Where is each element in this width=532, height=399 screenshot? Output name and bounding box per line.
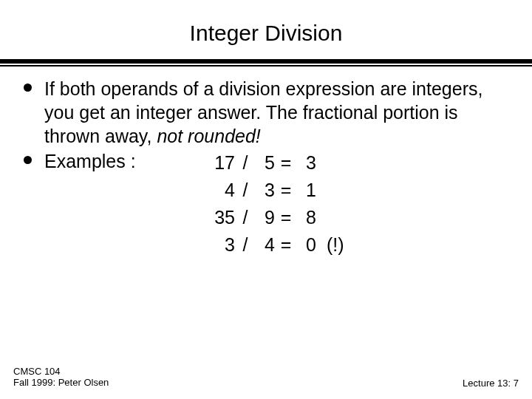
operand-b: 9 [256, 204, 275, 231]
example-line: 35 / 9 = 8 [200, 204, 344, 231]
footer-left: CMSC 104 Fall 1999: Peter Olsen [13, 366, 109, 389]
slide: Integer Division If both operands of a d… [0, 0, 532, 399]
operand-b: 5 [256, 149, 275, 177]
operand-a: 4 [200, 177, 235, 204]
result: 8 [297, 204, 316, 231]
divider-top [0, 59, 532, 64]
operand-b: 3 [256, 177, 275, 204]
bullet-item-1: If both operands of a division expressio… [44, 77, 505, 148]
operand-a: 17 [200, 149, 235, 177]
bullet-item-2: Examples : 17 / 5 = 3 4 / 3 = [44, 149, 505, 259]
note [316, 149, 327, 177]
operand-a: 3 [200, 231, 235, 259]
operand-a: 35 [200, 204, 235, 231]
bullet-1-emphasis: not rounded! [157, 126, 260, 146]
result: 1 [297, 177, 316, 204]
divider-bottom [0, 65, 532, 66]
divider [0, 59, 532, 66]
equals: = [275, 177, 297, 204]
content-area: If both operands of a division expressio… [0, 77, 532, 259]
footer-term: Fall 1999: Peter Olsen [13, 377, 109, 389]
result: 3 [297, 149, 316, 177]
operator: / [235, 149, 256, 177]
equals: = [275, 231, 297, 259]
equals: = [275, 204, 297, 231]
example-line: 4 / 3 = 1 [200, 177, 344, 204]
equals: = [275, 149, 297, 177]
result: 0 [297, 231, 316, 259]
bullet-icon [24, 83, 32, 92]
bullet-icon [24, 156, 32, 164]
example-line: 17 / 5 = 3 [200, 149, 344, 177]
footer-lecture: Lecture 13: 7 [463, 378, 519, 389]
operator: / [235, 231, 256, 259]
example-line: 3 / 4 = 0 (!) [200, 231, 344, 259]
examples-label: Examples : [44, 149, 200, 259]
examples-row: Examples : 17 / 5 = 3 4 / 3 = [44, 149, 505, 259]
operator: / [235, 177, 256, 204]
operand-b: 4 [256, 231, 275, 259]
operator: / [235, 204, 256, 231]
note: (!) [316, 231, 344, 259]
note [316, 204, 327, 231]
slide-title: Integer Division [0, 21, 532, 46]
examples-table: 17 / 5 = 3 4 / 3 = 1 [200, 149, 344, 259]
footer: CMSC 104 Fall 1999: Peter Olsen Lecture … [13, 366, 519, 389]
footer-course: CMSC 104 [13, 366, 109, 378]
note [316, 177, 327, 204]
bullet-1-text: If both operands of a division expressio… [44, 78, 482, 146]
